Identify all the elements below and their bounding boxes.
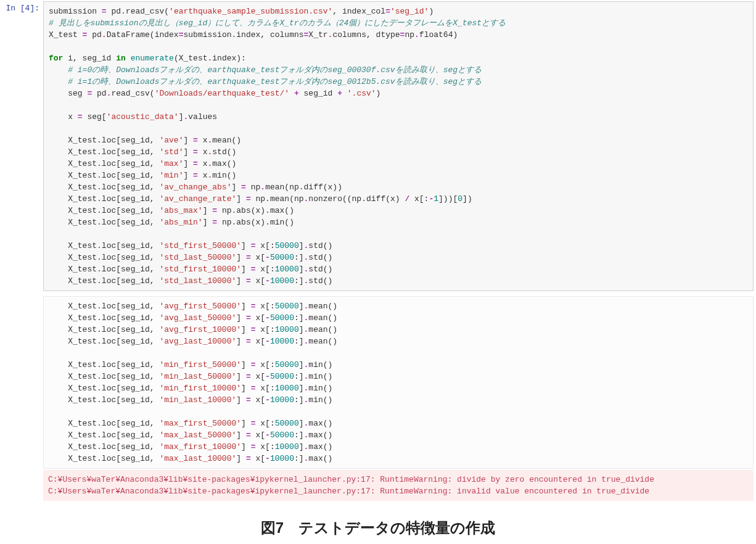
- figure-caption: 図7 テストデータの特徴量の作成: [0, 502, 756, 544]
- stderr-text: C:¥Users¥waTer¥Anaconda3¥lib¥site-packag…: [48, 474, 749, 497]
- code-block-1: submission = pd.read_csv('earthquake_sam…: [49, 6, 748, 287]
- code-input-area[interactable]: submission = pd.read_csv('earthquake_sam…: [43, 1, 754, 291]
- code-continuation-area[interactable]: X_test.loc[seg_id, 'avg_first_50000'] = …: [43, 296, 754, 469]
- code-block-2: X_test.loc[seg_id, 'avg_first_50000'] = …: [49, 300, 748, 464]
- code-cell: In [4]: submission = pd.read_csv('earthq…: [0, 0, 756, 292]
- stderr-output: C:¥Users¥waTer¥Anaconda3¥lib¥site-packag…: [43, 470, 754, 501]
- input-prompt: In [4]:: [0, 0, 43, 13]
